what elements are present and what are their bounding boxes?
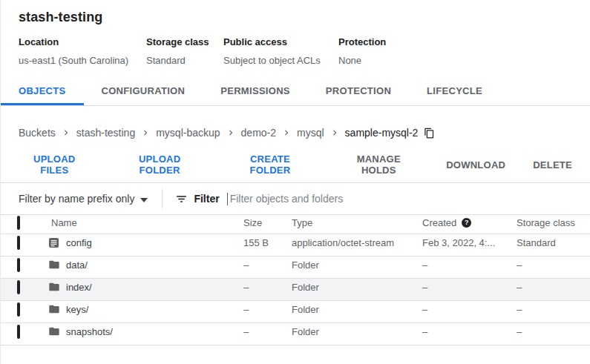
cell-type: Folder (292, 304, 422, 315)
meta-value-location: us-east1 (South Carolina) (19, 55, 146, 66)
object-link[interactable]: keys/ (66, 304, 243, 315)
tab-configuration[interactable]: CONFIGURATION (84, 79, 203, 105)
meta-label-location: Location (19, 36, 146, 47)
meta-label-protection: Protection (338, 36, 572, 47)
row-checkbox[interactable] (17, 302, 20, 317)
meta-label-public-access: Public access (223, 36, 338, 47)
bucket-tabs: OBJECTS CONFIGURATION PERMISSIONS PROTEC… (1, 79, 590, 106)
vertical-divider (162, 189, 163, 208)
dropdown-caret-icon (140, 192, 148, 205)
file-icon (48, 237, 66, 248)
cell-size: – (243, 304, 292, 315)
table-row: config 155 B application/octet-stream Fe… (1, 234, 590, 257)
breadcrumb-demo-2[interactable]: demo-2 (241, 127, 276, 139)
row-checkbox[interactable] (17, 236, 20, 250)
meta-value-public-access: Subject to object ACLs (223, 55, 338, 66)
tab-permissions[interactable]: PERMISSIONS (203, 79, 308, 105)
cell-created: Feb 3, 2022, 4:... (422, 237, 517, 248)
cell-type: application/octet-stream (292, 237, 422, 248)
chevron-right-icon (61, 128, 71, 138)
cell-storage-class: – (517, 326, 590, 337)
help-icon[interactable]: ? (462, 218, 471, 228)
column-header-name: Name (48, 217, 243, 228)
chevron-right-icon (330, 128, 340, 138)
cell-size: – (243, 282, 292, 293)
filter-label: Filter (194, 193, 219, 205)
filter-objects-input[interactable] (230, 193, 572, 205)
object-link[interactable]: snapshots/ (66, 326, 243, 337)
text-cursor (227, 193, 228, 205)
filter-scope-dropdown[interactable]: Filter by name prefix only (19, 192, 148, 205)
delete-button[interactable]: DELETE (522, 159, 583, 171)
cell-created: – (422, 326, 517, 337)
row-checkbox[interactable] (17, 258, 20, 272)
tab-lifecycle[interactable]: LIFECYCLE (409, 79, 500, 105)
column-header-type: Type (292, 217, 422, 228)
tab-objects[interactable]: OBJECTS (1, 79, 84, 105)
meta-label-storage-class: Storage class (146, 36, 223, 47)
breadcrumb: Buckets stash-testing mysql-backup demo-… (1, 125, 590, 140)
folder-icon (48, 325, 66, 337)
bucket-meta: Location Storage class Public access Pro… (1, 36, 590, 66)
table-row: data/ – Folder – – (1, 257, 590, 279)
filter-bar: Filter by name prefix only Filter (1, 182, 590, 214)
cell-storage-class: – (517, 282, 590, 293)
row-checkbox[interactable] (17, 280, 20, 294)
meta-value-storage-class: Standard (146, 55, 223, 66)
object-link[interactable]: data/ (66, 259, 243, 271)
chevron-right-icon (140, 128, 151, 138)
breadcrumb-sample-mysql-2: sample-mysql-2 (345, 127, 419, 139)
cell-created: – (422, 282, 517, 293)
tab-protection[interactable]: PROTECTION (308, 79, 409, 105)
object-actions-toolbar: UPLOAD FILES UPLOAD FOLDER CREATE FOLDER… (1, 158, 590, 171)
page-title: stash-testing (19, 10, 572, 25)
cell-storage-class: – (517, 259, 590, 271)
row-checkbox[interactable] (17, 325, 20, 339)
folder-icon (48, 303, 66, 315)
create-folder-button[interactable]: CREATE FOLDER (219, 153, 322, 176)
column-header-size: Size (243, 217, 292, 228)
bucket-header: stash-testing (1, 0, 590, 25)
table-header: Name Size Type Created ? Storage class (1, 214, 590, 234)
chevron-right-icon (281, 128, 292, 138)
object-link[interactable]: index/ (66, 282, 243, 293)
cell-size: 155 B (243, 237, 292, 248)
cell-type: Folder (292, 326, 422, 337)
cell-type: Folder (292, 282, 422, 293)
cell-storage-class: Standard (517, 237, 590, 248)
filter-scope-label: Filter by name prefix only (19, 193, 134, 205)
cell-size: – (243, 259, 292, 271)
manage-holds-button[interactable]: MANAGE HOLDS (328, 153, 429, 176)
object-link[interactable]: config (66, 237, 243, 248)
table-row: snapshots/ – Folder – – (1, 323, 590, 345)
content-copy-icon[interactable] (424, 128, 435, 139)
folder-icon (48, 259, 66, 271)
cell-created: – (422, 259, 517, 271)
cell-type: Folder (292, 259, 422, 271)
meta-value-protection: None (338, 55, 572, 66)
breadcrumb-mysql[interactable]: mysql (297, 127, 324, 139)
select-all-checkbox[interactable] (17, 216, 20, 230)
cell-created: – (422, 304, 517, 315)
column-header-created: Created (422, 217, 456, 228)
chevron-right-icon (226, 128, 236, 138)
breadcrumb-stash-testing[interactable]: stash-testing (76, 127, 135, 139)
cell-size: – (243, 326, 292, 337)
filter-list-icon (175, 193, 188, 205)
folder-icon (48, 281, 66, 293)
breadcrumb-mysql-backup[interactable]: mysql-backup (156, 127, 220, 139)
download-button[interactable]: DOWNLOAD (436, 159, 516, 171)
cell-storage-class: – (517, 304, 590, 315)
table-row: keys/ – Folder – – (1, 301, 590, 323)
table-row: index/ – Folder – – (1, 279, 590, 301)
upload-folder-button[interactable]: UPLOAD FOLDER (108, 153, 212, 176)
breadcrumb-buckets[interactable]: Buckets (19, 127, 56, 139)
column-header-storage-class: Storage class (517, 217, 590, 228)
upload-files-button[interactable]: UPLOAD FILES (8, 153, 101, 176)
